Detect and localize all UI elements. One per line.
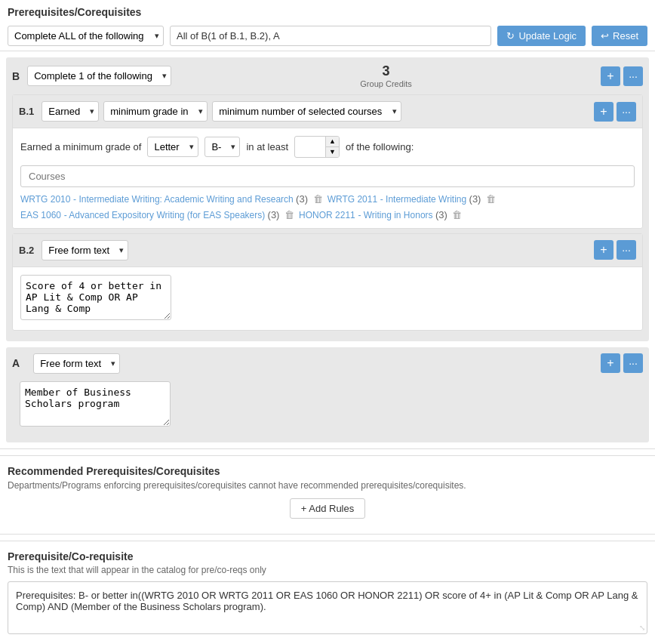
sub-rule-b2-label: B.2 [19, 245, 34, 256]
course-tag-name: - Intermediate Writing: Academic Writing… [73, 194, 296, 205]
course-tag-name: - Advanced Expository Writing (for EAS S… [64, 210, 268, 220]
course-tag-name: - Writing in Honors [358, 210, 435, 220]
a-add-button[interactable]: + [601, 353, 620, 373]
grade-category-wrapper[interactable]: Letter [147, 137, 198, 157]
b2-free-text-area[interactable]: Score of 4 or better in AP Lit & Comp OR… [20, 275, 171, 320]
sub-rule-b2: B.2 Free form text + ··· Score of 4 or b… [12, 233, 643, 331]
course-search-input[interactable] [20, 165, 635, 187]
course-tag-code[interactable]: EAS 1060 [20, 210, 61, 220]
a-type-wrapper[interactable]: Free form text [33, 353, 120, 374]
a-type-select[interactable]: Free form text [33, 353, 120, 374]
recommended-title: Recommended Prerequisites/Corequisites [8, 465, 647, 477]
b1-type-wrapper[interactable]: Earned [42, 101, 99, 122]
grade-value-select[interactable]: B- [204, 137, 240, 157]
add-rules-button[interactable]: + Add Rules [290, 498, 365, 519]
b2-type-select[interactable]: Free form text [42, 240, 128, 260]
course-tag-delete[interactable]: 🗑 [452, 209, 462, 220]
course-tag-name: - Intermediate Writing [380, 194, 469, 205]
grade-category-select[interactable]: Letter [147, 137, 198, 157]
section-a-body: Member of Business Scholars program [12, 374, 643, 436]
course-tag-credits: (3) [268, 209, 280, 220]
sub-rule-b1-header: B.1 Earned minimum grade in minimum numb… [13, 95, 642, 128]
group-b-complete-wrapper[interactable]: Complete 1 of the following [27, 66, 171, 86]
spin-buttons[interactable]: ▲ ▼ [325, 137, 339, 157]
group-b-btn-group: + ··· [601, 66, 643, 86]
b1-grade-type-wrapper[interactable]: minimum grade in [103, 101, 208, 122]
section-a: A Free form text + ··· Member of Busines… [6, 347, 649, 442]
a-more-button[interactable]: ··· [623, 353, 643, 373]
group-b-complete-select[interactable]: Complete 1 of the following [27, 66, 171, 86]
group-b-label: B [12, 70, 20, 82]
spin-down-button[interactable]: ▼ [325, 147, 339, 157]
reset-icon: ↩ [601, 30, 609, 42]
section-title: Prerequisites/Corequisites [0, 0, 655, 21]
group-b: B Complete 1 of the following 3 Group Cr… [6, 57, 649, 341]
in-at-least-text: in at least [246, 141, 288, 153]
course-tag-eas1060: EAS 1060 - Advanced Expository Writing (… [20, 209, 294, 220]
group-b-header-left: B Complete 1 of the following [12, 66, 171, 86]
complete-all-wrapper[interactable]: Complete ALL of the following [8, 26, 164, 46]
course-tag-credits: (3) [435, 209, 447, 220]
sub-rule-b1: B.1 Earned minimum grade in minimum numb… [12, 94, 643, 229]
recommended-section: Recommended Prerequisites/Corequisites D… [0, 455, 655, 528]
b1-rule-type-wrapper[interactable]: minimum number of selected courses [212, 101, 401, 122]
course-tag-code[interactable]: HONOR 2211 [299, 210, 355, 220]
course-tag-code[interactable]: WRTG 2010 [20, 194, 70, 205]
group-b-add-button[interactable]: + [601, 66, 620, 86]
group-b-header: B Complete 1 of the following 3 Group Cr… [12, 63, 643, 88]
b1-more-button[interactable]: ··· [617, 102, 636, 122]
prereq-text-content: Prerequisites: B- or better in((WRTG 201… [16, 590, 638, 612]
b2-add-button[interactable]: + [594, 240, 613, 260]
update-logic-label: Update Logic [518, 30, 577, 42]
b2-btn-group: + ··· [594, 240, 636, 260]
b2-type-wrapper[interactable]: Free form text [42, 240, 128, 260]
count-spin-input[interactable]: 1 ▲ ▼ [294, 136, 340, 158]
course-tags-row2: EAS 1060 - Advanced Expository Writing (… [20, 209, 635, 220]
b1-type-select[interactable]: Earned [42, 101, 99, 122]
reset-label: Reset [613, 30, 638, 42]
course-tag-delete[interactable]: 🗑 [313, 193, 323, 205]
update-logic-button[interactable]: ↻ Update Logic [497, 26, 586, 46]
b2-more-button[interactable]: ··· [617, 240, 636, 260]
prereq-text-box: Prerequisites: B- or better in((WRTG 201… [8, 581, 647, 634]
course-tag-honor2211: HONOR 2211 - Writing in Honors (3) 🗑 [299, 209, 462, 220]
resize-indicator: ⤡ [639, 624, 645, 632]
a-btn-group: + ··· [601, 353, 643, 373]
b1-grade-type-select[interactable]: minimum grade in [103, 101, 208, 122]
top-bar: Complete ALL of the following All of B(1… [0, 21, 655, 51]
sub-rule-b2-header: B.2 Free form text + ··· [13, 234, 642, 267]
a-free-text-area[interactable]: Member of Business Scholars program [20, 381, 171, 427]
count-input[interactable]: 1 [295, 138, 325, 156]
of-following-text: of the following: [346, 141, 414, 153]
prereq-title: Prerequisite/Co-requisite [8, 550, 647, 562]
sub-rule-b1-label: B.1 [19, 106, 34, 117]
earned-row: Earned a minimum grade of Letter B- in a… [20, 136, 635, 158]
b1-rule-type-select[interactable]: minimum number of selected courses [212, 101, 401, 122]
course-tag-delete[interactable]: 🗑 [284, 209, 294, 220]
course-tag-delete[interactable]: 🗑 [486, 193, 496, 205]
add-rules-container: + Add Rules [8, 498, 647, 519]
course-tag-credits: (3) [296, 193, 308, 205]
prerequisites-section: Prerequisites/Corequisites Complete ALL … [0, 0, 655, 643]
earned-prefix: Earned a minimum grade of [20, 141, 141, 153]
group-b-more-button[interactable]: ··· [623, 66, 643, 86]
course-tag-credits: (3) [469, 193, 481, 205]
course-tags: WRTG 2010 - Intermediate Writing: Academ… [20, 193, 635, 205]
prereq-desc: This is the text that will appear in the… [8, 565, 647, 575]
grade-value-wrapper[interactable]: B- [204, 137, 240, 157]
group-b-credits-label: Group Credits [360, 79, 411, 88]
group-b-credits-area: 3 Group Credits [171, 63, 601, 88]
course-tag-code[interactable]: WRTG 2011 [328, 194, 377, 205]
recommended-desc: Departments/Programs enforcing prerequis… [8, 480, 647, 491]
b1-add-button[interactable]: + [594, 102, 613, 122]
section-a-left: A Free form text [12, 353, 120, 374]
b1-btn-group: + ··· [594, 102, 636, 122]
course-tag-wrtg2011: WRTG 2011 - Intermediate Writing (3) 🗑 [328, 193, 496, 205]
reset-button[interactable]: ↩ Reset [592, 26, 647, 46]
group-b-credits-num: 3 [383, 63, 390, 79]
prereq-text-section: Prerequisite/Co-requisite This is the te… [0, 541, 655, 643]
complete-all-select[interactable]: Complete ALL of the following [8, 26, 164, 46]
spin-up-button[interactable]: ▲ [325, 137, 339, 147]
course-tag-wrtg2010: WRTG 2010 - Intermediate Writing: Academ… [20, 193, 323, 205]
sub-rule-b2-body: Score of 4 or better in AP Lit & Comp OR… [13, 267, 642, 330]
